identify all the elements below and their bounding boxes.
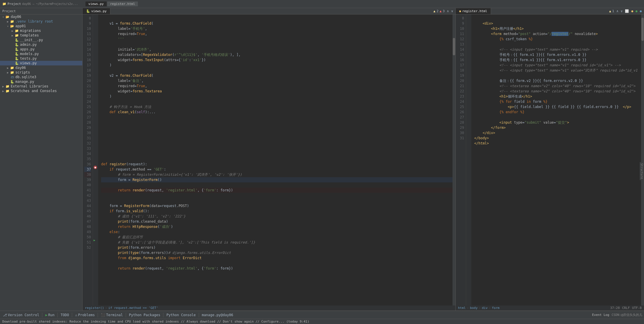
code-content-left[interactable]: v1 = forms.CharField( label='手机号', requi… [98, 14, 453, 305]
sidebar-item-db[interactable]: ▶ 🗃 db.sqlite3 [0, 75, 82, 79]
python-packages-btn[interactable]: Python Packages [128, 313, 161, 317]
run-btn[interactable]: ▶ Run [44, 313, 56, 317]
left-editor-content[interactable]: 89101112 1314151617 1819202122 232425262… [83, 14, 455, 305]
sidebar-item-venv[interactable]: ▶ 📁 .venv library root [0, 19, 82, 24]
tree-label: app01 [15, 24, 26, 28]
sidebar-item-models[interactable]: ▶ 🐍 models.py [0, 52, 82, 56]
sidebar-item-manage[interactable]: ▶ 🐍 manage.py [0, 79, 82, 84]
sidebar-item-tests[interactable]: ▶ 🐍 tests.py [0, 56, 82, 61]
tree-label: .venv library root [15, 19, 53, 23]
collapse-icon-right[interactable]: ∧ [616, 9, 619, 13]
browser-icon-1[interactable]: ⬜ [625, 9, 629, 13]
sidebar-item-admin[interactable]: ▶ 🐍 admin.py [0, 42, 82, 47]
expand-arrow: ▶ [1, 89, 5, 93]
tree-label: apps.py [20, 47, 35, 51]
todo-btn[interactable]: TODO [59, 313, 70, 317]
tree-label: migrations [20, 29, 41, 33]
browser-icon-2[interactable]: ● [631, 9, 633, 13]
tree-label: templates [20, 33, 39, 37]
right-html-pane: ◼ register.html ▲1 ∧ ∨ ⬜ ● ● ● [456, 8, 644, 311]
separator-1 [42, 313, 42, 317]
line-numbers-left: 89101112 1314151617 1819202122 232425262… [83, 14, 93, 305]
top-bar: 📁 Project day06 – ~/PycharmProjects/s2v.… [0, 0, 644, 8]
tab-register-html-editor[interactable]: ◼ register.html [456, 8, 491, 14]
expand-arrow: ▶ [6, 20, 10, 23]
expand-arrow: ▾ [1, 15, 5, 19]
breadcrumb-method[interactable]: if request.method == 'GET' [108, 306, 158, 310]
structure-tab[interactable]: Structure [640, 162, 644, 180]
expand-icon-right[interactable]: ∨ [621, 9, 623, 13]
code-content-right[interactable]: <div> <h1>用户注册</h1> <form method="post" … [471, 14, 641, 305]
scrollbar-right[interactable] [641, 14, 644, 305]
expand-arrow: ▶ [6, 71, 10, 74]
sidebar-item-day06[interactable]: ▾ 📂 day06 [0, 14, 82, 19]
editor-area: 🐍 views.py ▲2 ▲3 ∧ ∨ 89101112 1314151617… [83, 8, 644, 311]
scrollbar-left[interactable] [453, 14, 455, 305]
scrollbar-thumb-right[interactable] [641, 18, 644, 41]
tree-label: manage.py [15, 80, 34, 84]
folder-icon: 📂 [5, 15, 10, 19]
event-log-btn[interactable]: Event Log [592, 313, 610, 317]
manage-cmd-btn[interactable]: manage.py@day06 [201, 313, 234, 317]
separator-6 [163, 313, 163, 317]
folder-icon: 📁 [5, 84, 10, 88]
breakpoint-marker-38: ● [94, 166, 97, 169]
run-marker-52: ▶ [94, 239, 95, 242]
tree-label: db.sqlite3 [15, 75, 36, 79]
expand-arrow: ▶ [10, 29, 14, 32]
status-right: Event Log CSDN:@庆信头头的儿 [592, 313, 642, 317]
scrollbar-thumb-left[interactable] [453, 38, 455, 55]
folder-icon: 📁 [14, 29, 19, 33]
sidebar-item-apps[interactable]: ▶ 🐍 apps.py [0, 47, 82, 52]
sidebar-item-scratches[interactable]: ▶ 📁 Scratches and Consoles [0, 89, 82, 93]
separator-2 [57, 313, 58, 317]
python-console-btn[interactable]: Python Console [165, 313, 197, 317]
problems-btn[interactable]: ⚠ Problems [74, 313, 96, 317]
breadcrumb-html[interactable]: html [458, 306, 466, 310]
expand-arrow: ▶ [10, 34, 14, 37]
breadcrumb-body[interactable]: body [470, 306, 478, 310]
right-editor-content[interactable]: 89101112 1314151617 1819202122 232425262… [456, 14, 644, 305]
sidebar-item-views[interactable]: ▶ 🐍 views.py [0, 61, 82, 65]
tree-label: scripts [15, 70, 30, 74]
tree-label: day06 [15, 66, 26, 70]
expand-arrow: ▾ [6, 25, 10, 28]
sidebar-item-day06-2[interactable]: ▶ 📁 day06 [0, 65, 82, 70]
vcs-icon: ⎇ [3, 313, 7, 317]
sidebar-item-migrations[interactable]: ▶ 📁 migrations [0, 28, 82, 33]
line-numbers-right: 89101112 1314151617 1819202122 232425262… [456, 14, 466, 305]
tab-views-py-editor[interactable]: 🐍 views.py [83, 8, 110, 14]
run-icon: ▶ [45, 313, 47, 317]
notification-text: Download pre-built shared indexes: Reduc… [2, 320, 309, 323]
separator-5 [126, 313, 126, 317]
version-control-btn[interactable]: ⎇ Version Control [2, 313, 40, 317]
python-icon: 🐍 [14, 52, 19, 56]
sidebar-item-app01[interactable]: ▾ 📂 app01 [0, 24, 82, 28]
sidebar-item-scripts[interactable]: ▶ 📁 scripts [0, 70, 82, 75]
project-path: day06 – ~/PycharmProjects/s2v... [22, 2, 78, 6]
breadcrumb-div[interactable]: div [482, 306, 488, 310]
expand-icon[interactable]: ∨ [451, 9, 453, 13]
terminal-btn[interactable]: ⬛ Terminal [100, 313, 124, 317]
folder-icon: 📁 [5, 89, 10, 93]
folder-icon: 📁 [14, 33, 19, 37]
crlf-indicator: CRLF [621, 306, 631, 310]
tab-register-html[interactable]: register.html [107, 1, 138, 6]
tab-views-py[interactable]: views.py [85, 1, 107, 6]
error-icon: ▲ [440, 9, 442, 13]
collapse-icon[interactable]: ∧ [447, 9, 449, 13]
sidebar-item-templates[interactable]: ▶ 📁 templates [0, 33, 82, 38]
sidebar-item-init[interactable]: ▶ 🐍 __init__.py [0, 38, 82, 42]
breadcrumb-form[interactable]: form [492, 306, 500, 310]
sidebar-item-ext-libs[interactable]: ▶ 📁 External Libraries [0, 84, 82, 89]
breadcrumb-register[interactable]: register() [85, 306, 104, 310]
gutter-left: ● ▶ [93, 14, 98, 305]
tree-label: tests.py [20, 56, 37, 61]
main-layout: Project ▾ 📂 day06 ▶ 📁 .venv library root… [0, 8, 644, 311]
browser-icon-3[interactable]: ● [636, 9, 638, 13]
tree-label: models.py [20, 52, 39, 56]
folder-icon: 📁 [10, 66, 14, 70]
folder-icon: 📂 [10, 24, 14, 28]
browser-icon-4[interactable]: ● [640, 9, 642, 13]
html-file-icon: ◼ [459, 9, 461, 13]
